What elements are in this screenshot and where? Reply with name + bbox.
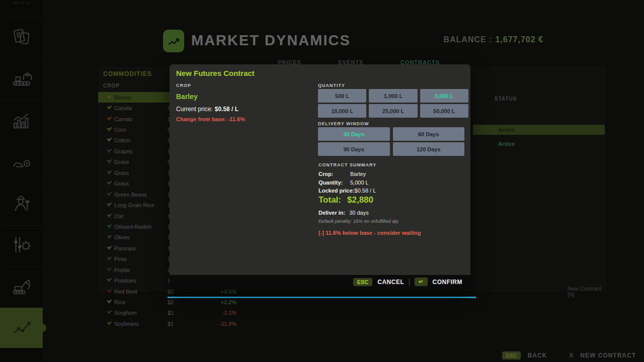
delivery-option-button[interactable]: 60 Days <box>393 127 465 141</box>
summary-quantity-label: Quantity: <box>318 179 350 186</box>
delivery-section-label: DELIVERY WINDOW <box>318 121 369 126</box>
summary-locked-price-value: $0.58 / L <box>355 188 376 194</box>
total-label: Total: <box>318 195 341 205</box>
cancel-button[interactable]: CANCEL <box>377 279 404 286</box>
delivery-option-button[interactable]: 90 Days <box>318 142 390 156</box>
price-warning: [-] 11.6% below base - consider waiting <box>318 230 421 236</box>
delivery-option-button[interactable]: 30 Days <box>318 127 390 141</box>
current-price: Current price:$0.58 / L <box>176 106 238 113</box>
selected-crop-name: Barley <box>176 93 198 101</box>
selection-underline <box>168 297 476 298</box>
quantity-option-button[interactable]: 5,000 L <box>420 89 468 103</box>
current-price-label: Current price: <box>176 106 213 113</box>
change-from-base: Change from base: -11.6% <box>176 116 245 122</box>
delivery-option-button[interactable]: 120 Days <box>393 142 465 156</box>
total-value: $2,880 <box>347 195 373 205</box>
enter-key-icon: ↵ <box>415 278 427 286</box>
summary-crop-value: Barley <box>350 171 366 177</box>
summary-crop-row: Crop:Barley <box>318 171 366 177</box>
summary-quantity-row: Quantity:5,000 L <box>318 179 369 186</box>
esc-key-badge: ESC <box>353 278 373 286</box>
dialog-body: New Futures Contract CROP Barley Current… <box>170 64 470 275</box>
penalty-note: Default penalty: 15% on unfulfilled qty <box>318 218 398 224</box>
quantity-option-button[interactable]: 500 L <box>318 89 366 103</box>
summary-locked-price-row: Locked price:$0.58 / L <box>318 188 376 194</box>
deliver-in-label: Deliver in: <box>318 210 345 216</box>
confirm-button[interactable]: CONFIRM <box>433 279 463 286</box>
quantity-options: 500 L 1,000 L 5,000 L 10,000 L 25,000 L … <box>318 89 468 118</box>
quantity-section-label: QUANTITY <box>318 83 345 88</box>
summary-quantity-value: 5,000 L <box>350 179 369 186</box>
deliver-in: Deliver in:30 days <box>318 210 369 216</box>
quantity-option-button[interactable]: 50,000 L <box>420 104 468 118</box>
quantity-option-button[interactable]: 1,000 L <box>369 89 417 103</box>
screen: MS M U MARKET DYNAMICS BALANCE :1,677,70… <box>0 0 644 362</box>
quantity-option-button[interactable]: 10,000 L <box>318 104 366 118</box>
total: Total:$2,880 <box>318 195 373 205</box>
deliver-in-value: 30 days <box>349 210 369 216</box>
summary-section-label: CONTRACT SUMMARY <box>318 162 376 167</box>
dialog-footer: ESC CANCEL ↵ CONFIRM <box>170 275 470 289</box>
current-price-value: $0.58 / L <box>215 106 238 113</box>
summary-locked-price-label: Locked price: <box>318 188 355 194</box>
crop-section-label: CROP <box>176 83 191 88</box>
divider <box>409 279 410 286</box>
new-futures-contract-dialog: New Futures Contract CROP Barley Current… <box>170 64 470 289</box>
summary-crop-label: Crop: <box>318 171 350 177</box>
quantity-option-button[interactable]: 25,000 L <box>369 104 417 118</box>
dialog-title: New Futures Contract <box>176 69 255 77</box>
delivery-options: 30 Days 60 Days 90 Days 120 Days <box>318 127 464 156</box>
